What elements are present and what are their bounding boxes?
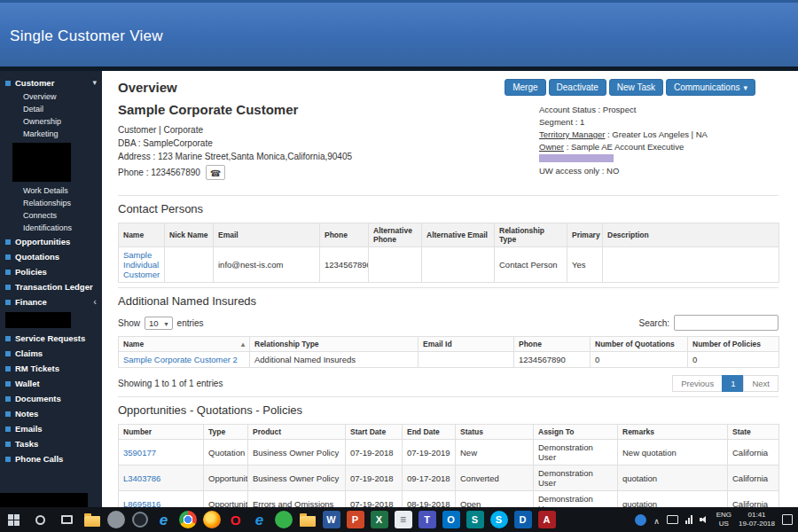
territory-manager-link[interactable]: Territory Manager	[539, 129, 605, 139]
notepad-icon[interactable]: ≡	[391, 507, 415, 532]
action-center-icon[interactable]	[782, 514, 793, 525]
column-header-relationship-type[interactable]: Relationship Type	[250, 337, 419, 352]
sidebar-item-rm-tickets[interactable]: RM Tickets	[0, 361, 102, 376]
file-explorer-icon[interactable]	[80, 507, 104, 532]
sidebar-item-relationships[interactable]: Relationships	[0, 197, 102, 209]
deactivate-button[interactable]: Deactivate	[549, 79, 606, 96]
skype-icon[interactable]: S	[487, 507, 511, 532]
page-size-select[interactable]: 10	[145, 317, 173, 330]
sidebar-item-wallet[interactable]: Wallet	[0, 376, 102, 391]
named-insured-link[interactable]: Sample Corporate Customer 2	[123, 355, 238, 364]
column-header-number-of-policies[interactable]: Number of Policies	[688, 337, 779, 352]
tray-app-icon[interactable]	[635, 514, 646, 526]
chrome-icon[interactable]	[176, 507, 200, 532]
volume-icon[interactable]	[700, 515, 709, 524]
sidebar-item-opportunities[interactable]: Opportunities	[0, 234, 102, 249]
folder-icon[interactable]	[295, 507, 319, 532]
language-indicator[interactable]: ENG US	[716, 511, 732, 528]
owner-link[interactable]: Owner	[539, 142, 564, 152]
record-number-link[interactable]: 3590177	[123, 448, 156, 458]
contact-name-link[interactable]: Sample Individual Customer	[123, 250, 160, 279]
sidebar-item-connects[interactable]: Connects	[0, 209, 102, 222]
bullet-icon	[5, 81, 11, 86]
sidebar-item-claims[interactable]: Claims	[0, 346, 102, 361]
new-task-button[interactable]: New Task	[609, 79, 663, 96]
sidebar: Customer Overview Detail Ownership Marke…	[0, 71, 102, 507]
sharepoint-icon[interactable]: S	[463, 507, 487, 532]
outlook-icon[interactable]: O	[439, 507, 463, 532]
onedrive-icon[interactable]: D	[511, 507, 535, 532]
display-icon[interactable]	[667, 515, 678, 524]
start-button[interactable]	[0, 507, 27, 532]
page-1-button[interactable]: 1	[722, 375, 744, 392]
column-header-start-date[interactable]: Start Date	[346, 425, 403, 440]
sidebar-item-work-details[interactable]: Work Details	[0, 184, 102, 197]
sidebar-item-notes[interactable]: Notes	[0, 406, 102, 421]
sidebar-item-quotations[interactable]: Quotations	[0, 249, 102, 264]
column-header-number[interactable]: Number	[119, 425, 204, 440]
record-number-link[interactable]: L3403786	[123, 473, 160, 483]
cell-assign-to: Demonstration User	[534, 491, 618, 508]
search-input[interactable]	[674, 315, 778, 331]
task-view-button[interactable]	[53, 507, 80, 532]
search-button[interactable]	[27, 507, 53, 532]
column-header-end-date[interactable]: End Date	[403, 425, 456, 440]
bullet-icon	[5, 426, 11, 432]
sidebar-item-overview[interactable]: Overview	[0, 90, 102, 103]
cell-type: Opportunity	[204, 491, 248, 508]
cell-nick-name	[165, 247, 214, 283]
cell-remarks: quotation	[618, 491, 728, 508]
column-header-remarks[interactable]: Remarks	[618, 425, 728, 440]
table-header-row: Number Type Product Start Date End Date …	[119, 425, 779, 440]
sidebar-item-finance[interactable]: Finance	[0, 294, 102, 309]
sidebar-item-ownership[interactable]: Ownership	[0, 115, 102, 128]
firefox-icon[interactable]	[200, 507, 223, 532]
next-page-button[interactable]: Next	[743, 375, 778, 392]
acrobat-icon[interactable]: A	[535, 507, 559, 532]
word-icon[interactable]: W	[319, 507, 343, 532]
icon-glyph: e	[251, 511, 269, 528]
media-player-icon[interactable]	[128, 507, 152, 532]
sidebar-item-customer[interactable]: Customer	[0, 75, 102, 90]
sidebar-item-policies[interactable]: Policies	[0, 264, 102, 279]
column-header-product[interactable]: Product	[248, 425, 346, 440]
cell-phone: 1234567890	[514, 352, 591, 368]
merge-button[interactable]: Merge	[505, 79, 545, 96]
column-header-type[interactable]: Type	[204, 425, 248, 440]
settings-icon[interactable]	[104, 507, 128, 532]
network-icon[interactable]	[685, 515, 692, 524]
sidebar-item-identifications[interactable]: Identifications	[0, 222, 102, 234]
sidebar-item-marketing[interactable]: Marketing	[0, 128, 102, 140]
edge-icon[interactable]: e	[247, 507, 271, 532]
app-header: Single Customer View	[0, 0, 798, 66]
excel-icon[interactable]: X	[367, 507, 391, 532]
customer-details: Sample Corporate Customer Customer | Cor…	[118, 102, 352, 184]
sidebar-item-service-requests[interactable]: Service Requests	[0, 331, 102, 346]
clock[interactable]: 01:41 19-07-2018	[739, 511, 775, 528]
bullet-icon	[5, 442, 11, 447]
sidebar-item-tasks[interactable]: Tasks	[0, 436, 102, 451]
teams-icon[interactable]: T	[415, 507, 439, 532]
sidebar-item-phone-calls[interactable]: Phone Calls	[0, 451, 102, 466]
column-header-name[interactable]: Name	[119, 337, 250, 352]
column-header-email-id[interactable]: Email Id	[419, 337, 514, 352]
green-app-icon[interactable]	[271, 507, 295, 532]
cell-state: California	[728, 440, 779, 466]
column-header-status[interactable]: Status	[456, 425, 534, 440]
powerpoint-icon[interactable]: P	[343, 507, 367, 532]
previous-page-button[interactable]: Previous	[672, 375, 723, 392]
internet-explorer-icon[interactable]: e	[152, 507, 176, 532]
record-number-link[interactable]: L8695816	[123, 499, 160, 508]
sidebar-item-detail[interactable]: Detail	[0, 103, 102, 115]
communications-button[interactable]: Communications	[666, 79, 755, 96]
hidden-icons-chevron[interactable]	[653, 512, 660, 528]
column-header-assign-to[interactable]: Assign To	[534, 425, 618, 440]
sidebar-item-emails[interactable]: Emails	[0, 421, 102, 436]
column-header-number-of-quotations[interactable]: Number of Quotations	[591, 337, 688, 352]
sidebar-item-documents[interactable]: Documents	[0, 391, 102, 406]
column-header-state[interactable]: State	[728, 425, 779, 440]
opera-icon[interactable]: O	[223, 507, 247, 532]
column-header-phone[interactable]: Phone	[514, 337, 591, 352]
call-button[interactable]	[206, 165, 225, 180]
sidebar-item-transaction-ledger[interactable]: Transaction Ledger	[0, 279, 102, 294]
